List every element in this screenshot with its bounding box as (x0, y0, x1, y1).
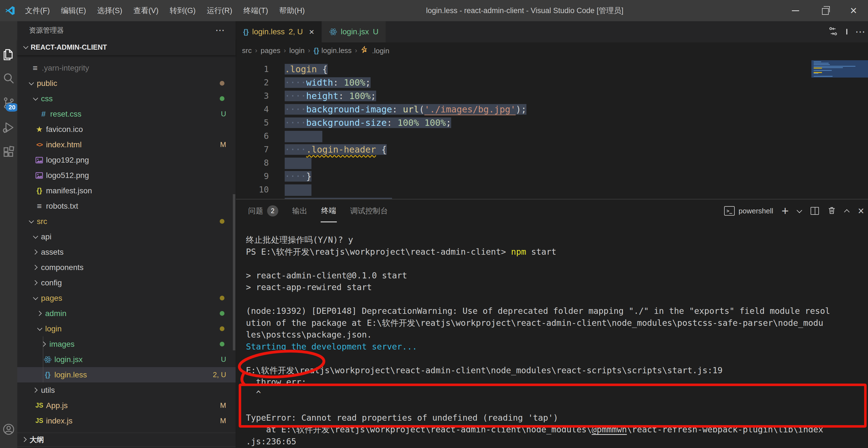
close-button[interactable]: × (839, 0, 868, 21)
file-tree-item[interactable]: <>index.htmlM (17, 137, 236, 152)
tab-output[interactable]: 输出 (292, 200, 308, 222)
split-editor-icon[interactable] (846, 29, 847, 34)
breadcrumb-symbol[interactable]: .login (361, 46, 389, 55)
tree-item-label: css (41, 94, 53, 103)
new-terminal-icon[interactable]: + (781, 205, 789, 216)
tab-close-icon[interactable]: × (309, 27, 314, 37)
menu-view[interactable]: 查看(V) (128, 0, 164, 21)
breadcrumb-pages[interactable]: pages (261, 46, 280, 55)
breadcrumb-login[interactable]: login (289, 46, 305, 55)
terminal-output[interactable]: 终止批处理操作吗(Y/N)? yPS E:\软件开发\reatjs\workpr… (236, 222, 868, 448)
code-line[interactable]: 5····background-size: 100% 100%; (236, 116, 868, 129)
menu-edit[interactable]: 编辑(E) (55, 0, 91, 21)
file-tree-item[interactable]: public (17, 76, 236, 91)
sidebar-title: 资源管理器 (29, 21, 215, 39)
file-tree-item[interactable]: {}manifest.json (17, 183, 236, 198)
file-tree-item[interactable]: ≡robots.txt (17, 198, 236, 214)
file-tree-item[interactable]: logo512.png (17, 168, 236, 183)
file-tree-item[interactable]: css (17, 91, 236, 106)
file-tree-item[interactable]: login (17, 321, 236, 336)
code-line[interactable]: 6 (236, 129, 868, 143)
file-tree-item[interactable]: src (17, 214, 236, 229)
file-tree-item[interactable]: login.jsxU (17, 352, 236, 367)
code-editor[interactable]: 1.login {2····width: 100%;3····height: 1… (236, 59, 868, 199)
editor-more-actions-icon[interactable]: ⋯ (855, 26, 866, 38)
file-tree-item[interactable]: logo192.png (17, 152, 236, 168)
tree-item-label: login (45, 324, 62, 333)
outline-section-header[interactable]: 大纲 (17, 432, 236, 447)
menu-terminal[interactable]: 终端(T) (238, 0, 274, 21)
code-line[interactable]: 11····.login-content { (236, 197, 868, 199)
tab-label: login.jsx (341, 27, 369, 36)
menu-file[interactable]: 文件(F) (20, 0, 55, 21)
terminal-line: (node:19392) [DEP0148] DeprecationWarnin… (246, 305, 868, 317)
chevron-right-icon (32, 387, 39, 394)
git-status-dot (220, 219, 224, 224)
kill-terminal-icon[interactable] (827, 206, 836, 216)
file-tree-item[interactable]: components (17, 260, 236, 275)
source-control-icon[interactable]: 20 (0, 93, 17, 113)
breadcrumb-src[interactable]: src (242, 46, 252, 55)
close-panel-icon[interactable]: × (858, 205, 864, 217)
file-tree-item[interactable]: {}login.less2, U (17, 367, 236, 383)
file-tree-item[interactable]: admin (17, 306, 236, 321)
file-tree-item[interactable]: ≡.yarn-integrity (17, 60, 236, 76)
code-line[interactable]: 9····} (236, 170, 868, 183)
problems-badge: 2 (267, 205, 278, 216)
chevron-right-icon (40, 340, 48, 348)
tree-item-label: login.less (54, 370, 87, 379)
code-line[interactable]: 3····height: 100%; (236, 89, 868, 103)
file-tree-item[interactable]: api (17, 229, 236, 244)
tab-login-jsx[interactable]: login.jsx U (322, 21, 386, 42)
tab-login-less[interactable]: {} login.less 2, U × (236, 21, 322, 42)
code-line[interactable]: 7····.login-header { (236, 143, 868, 156)
extensions-icon[interactable] (0, 142, 17, 162)
explorer-icon[interactable] (0, 45, 17, 64)
code-line[interactable]: 10 (236, 183, 868, 197)
tree-item-label: .yarn-integrity (42, 64, 89, 72)
file-tree-item[interactable]: #reset.cssU (17, 106, 236, 122)
minimize-button[interactable] (781, 0, 810, 21)
menu-help[interactable]: 帮助(H) (274, 0, 310, 21)
js-icon: JS (34, 417, 44, 424)
code-line[interactable]: 8 (236, 156, 868, 170)
code-icon: <> (34, 141, 44, 148)
terminal-dropdown-icon[interactable] (797, 208, 802, 213)
file-tree-item[interactable]: utils (17, 383, 236, 398)
menu-selection[interactable]: 选择(S) (91, 0, 128, 21)
close-icon: × (850, 4, 857, 17)
menu-go[interactable]: 转到(G) (164, 0, 201, 21)
search-icon[interactable] (0, 69, 17, 88)
file-tree-item[interactable]: config (17, 275, 236, 290)
tab-problems[interactable]: 问题2 (248, 200, 279, 222)
file-tree-item[interactable]: pages (17, 290, 236, 306)
more-actions-icon[interactable]: ⋯ (215, 21, 236, 39)
menu-run[interactable]: 运行(R) (201, 0, 238, 21)
tab-debug-console[interactable]: 调试控制台 (350, 200, 389, 222)
file-tree-item[interactable]: assets (17, 244, 236, 260)
file-tree-item[interactable]: images (17, 336, 236, 352)
account-icon[interactable] (0, 420, 17, 439)
chevron-right-icon: › (255, 47, 257, 54)
split-terminal-icon[interactable] (811, 207, 819, 215)
editor-group: {} login.less 2, U × login.jsx U ⋯ src ›… (236, 21, 868, 199)
project-section-header[interactable]: REACT-ADMIN-CLIENT (17, 39, 236, 55)
git-status-badge: 2, U (213, 370, 226, 379)
code-line[interactable]: 1.login { (236, 62, 868, 76)
breadcrumb: src › pages › login › {}login.less › .lo… (236, 42, 868, 59)
star-icon: ★ (34, 125, 44, 134)
code-line[interactable]: 4····background-image: url('./images/bg.… (236, 103, 868, 116)
file-tree-item[interactable]: JSindex.jsM (17, 413, 236, 428)
open-changes-icon[interactable] (828, 26, 838, 38)
minimap[interactable] (811, 60, 868, 78)
code-line[interactable]: 2····width: 100%; (236, 76, 868, 89)
run-debug-icon[interactable] (0, 118, 17, 137)
file-tree-item[interactable]: ★favicon.ico (17, 122, 236, 137)
breadcrumb-file[interactable]: {}login.less (313, 46, 351, 55)
tab-terminal[interactable]: 终端 (321, 200, 337, 222)
tree-item-label: robots.txt (46, 202, 78, 211)
file-tree-item[interactable]: JSApp.jsM (17, 398, 236, 413)
sidebar-scrollbar[interactable] (233, 194, 235, 350)
maximize-panel-icon[interactable] (844, 208, 849, 213)
restore-button[interactable] (810, 0, 839, 21)
